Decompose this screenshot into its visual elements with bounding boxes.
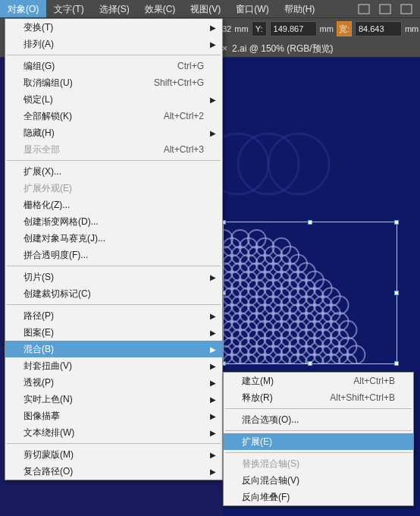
y-label: Y: (252, 21, 267, 36)
menu-label: 替换混合轴(S) (242, 458, 299, 470)
submenu-arrow-icon: ▶ (210, 451, 216, 459)
menu-视图(V)[interactable]: 视图(V) (183, 0, 228, 17)
object-menu-item[interactable]: 封套扭曲(V)▶ (5, 357, 222, 374)
menu-窗口(W)[interactable]: 窗口(W) (228, 0, 276, 17)
separator (7, 304, 221, 305)
menu-label: 反向混合轴(V) (242, 474, 299, 487)
shortcut: Ctrl+G (177, 61, 204, 71)
object-menu-item[interactable]: 图案(E)▶ (5, 324, 222, 341)
submenu-arrow-icon: ▶ (210, 379, 216, 387)
object-menu-item[interactable]: 创建对象马赛克(J)... (5, 230, 222, 247)
menu-label: 扩展(X)... (24, 165, 61, 178)
blend-submenu-item[interactable]: 混合选项(O)... (224, 411, 413, 428)
svg-rect-1 (380, 5, 390, 14)
object-menu-item[interactable]: 编组(G)Ctrl+G (5, 58, 222, 74)
menu-label: 透视(P) (24, 376, 54, 389)
object-menu-item[interactable]: 切片(S)▶ (5, 269, 222, 285)
object-menu-item[interactable]: 变换(T)▶ (5, 19, 222, 36)
object-menu-item: 扩展外观(E) (5, 180, 222, 197)
blend-submenu-item[interactable]: 建立(M)Alt+Ctrl+B (224, 373, 413, 389)
dock-icon[interactable] (378, 3, 393, 15)
menu-label: 全部解锁(K) (24, 110, 72, 123)
shortcut: Shift+Ctrl+G (154, 77, 204, 88)
submenu-arrow-icon: ▶ (210, 362, 216, 370)
object-menu-item[interactable]: 创建渐变网格(D)... (5, 213, 222, 230)
menu-label: 锁定(L) (24, 93, 53, 106)
menubar: 对象(O)文字(T)选择(S)效果(C)视图(V)窗口(W)帮助(H) (0, 0, 420, 18)
object-menu-item[interactable]: 隐藏(H)▶ (5, 124, 222, 141)
separator (7, 160, 221, 161)
x-tail: 32 (222, 24, 231, 33)
menu-label: 拼合透明度(F)... (24, 249, 88, 262)
separator (225, 408, 412, 409)
submenu-arrow-icon: ▶ (210, 412, 216, 420)
separator (225, 430, 412, 431)
menu-对象(O)[interactable]: 对象(O) (0, 0, 46, 17)
blend-submenu-item[interactable]: 扩展(E) (224, 433, 413, 450)
menu-label: 图像描摹 (24, 410, 60, 423)
menu-label: 创建裁切标记(C) (24, 288, 91, 300)
object-menu-item[interactable]: 拼合透明度(F)... (5, 247, 222, 263)
menu-label: 建立(M) (242, 375, 274, 388)
unit-2: mm (320, 24, 334, 33)
submenu-arrow-icon: ▶ (210, 329, 216, 337)
object-menu-item[interactable]: 透视(P)▶ (5, 374, 222, 391)
document-tab[interactable]: 2.ai @ 150% (RGB/预览) (232, 42, 334, 55)
unit-1: mm (234, 24, 248, 33)
menu-label: 路径(P) (24, 310, 54, 322)
submenu-arrow-icon: ▶ (210, 395, 216, 404)
object-menu-item[interactable]: 路径(P)▶ (5, 307, 222, 324)
blend-submenu-item[interactable]: 反向混合轴(V) (224, 472, 413, 489)
menu-label: 文本绕排(W) (24, 426, 74, 439)
object-menu-item[interactable]: 创建裁切标记(C) (5, 285, 222, 302)
menu-label: 切片(S) (24, 271, 54, 284)
menu-label: 变换(T) (24, 21, 53, 34)
blend-circles (224, 222, 396, 363)
menu-label: 混合(B) (24, 343, 54, 356)
menu-label: 隐藏(H) (24, 127, 55, 140)
svg-rect-0 (359, 5, 369, 14)
layout-icon[interactable] (399, 3, 414, 15)
selection-box[interactable] (223, 222, 397, 364)
doc-icon[interactable] (356, 3, 371, 15)
menu-label: 实时上色(N) (24, 393, 73, 406)
menu-label: 释放(R) (242, 392, 273, 404)
object-menu-item[interactable]: 扩展(X)... (5, 163, 222, 180)
menu-label: 混合选项(O)... (242, 414, 299, 426)
object-menu-item[interactable]: 混合(B)▶ (5, 341, 222, 357)
menu-文字(T)[interactable]: 文字(T) (46, 0, 91, 17)
menu-选择(S)[interactable]: 选择(S) (92, 0, 137, 17)
submenu-arrow-icon: ▶ (210, 24, 216, 32)
object-menu-item[interactable]: 复合路径(O)▶ (5, 463, 222, 480)
tab-close-icon[interactable]: × (222, 43, 227, 54)
object-menu-item[interactable]: 文本绕排(W)▶ (5, 424, 222, 441)
shortcut: Alt+Ctrl+2 (164, 111, 204, 121)
menu-帮助(H)[interactable]: 帮助(H) (277, 0, 323, 17)
submenu-arrow-icon: ▶ (210, 273, 216, 282)
menu-label: 剪切蒙版(M) (24, 448, 74, 461)
object-menu-item[interactable]: 锁定(L)▶ (5, 91, 222, 108)
submenu-arrow-icon: ▶ (210, 429, 216, 437)
shortcut: Alt+Shift+Ctrl+B (330, 392, 395, 403)
object-menu-item[interactable]: 全部解锁(K)Alt+Ctrl+2 (5, 108, 222, 124)
object-menu-item[interactable]: 排列(A)▶ (5, 36, 222, 52)
object-menu-item: 显示全部Alt+Ctrl+3 (5, 141, 222, 158)
object-menu-item[interactable]: 实时上色(N)▶ (5, 391, 222, 407)
object-menu-item[interactable]: 剪切蒙版(M)▶ (5, 446, 222, 463)
object-menu-item[interactable]: 图像描摹▶ (5, 407, 222, 424)
blend-submenu-item[interactable]: 释放(R)Alt+Shift+Ctrl+B (224, 389, 413, 406)
blend-submenu-item[interactable]: 反向堆叠(F) (224, 489, 413, 505)
submenu-arrow-icon: ▶ (210, 312, 216, 320)
object-menu-item[interactable]: 取消编组(U)Shift+Ctrl+G (5, 74, 222, 91)
blend-submenu-item: 替换混合轴(S) (224, 455, 413, 472)
separator (7, 266, 221, 266)
shortcut: Alt+Ctrl+3 (164, 144, 204, 155)
width-input[interactable] (355, 21, 402, 36)
menu-效果(C)[interactable]: 效果(C) (137, 0, 183, 17)
y-input[interactable] (270, 21, 317, 36)
menu-label: 反向堆叠(F) (242, 491, 290, 504)
svg-rect-2 (401, 5, 412, 14)
submenu-arrow-icon: ▶ (210, 96, 216, 104)
menu-label: 排列(A) (24, 38, 54, 51)
object-menu-item[interactable]: 栅格化(Z)... (5, 197, 222, 213)
